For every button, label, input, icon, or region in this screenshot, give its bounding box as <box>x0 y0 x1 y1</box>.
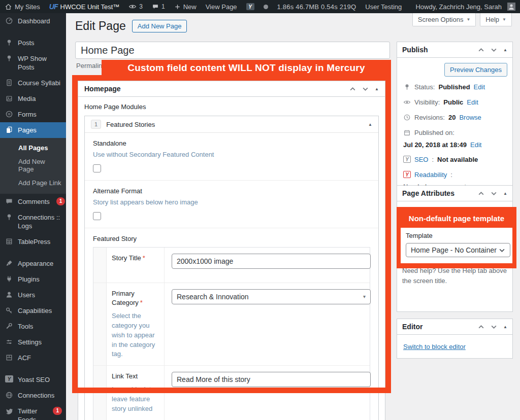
sidebar-item-tools[interactable]: Tools <box>0 319 66 334</box>
new-menu[interactable]: New <box>170 0 201 13</box>
sidebar-item-forms[interactable]: Forms <box>0 107 66 122</box>
collapse-toggle-icon[interactable]: ▲ <box>368 122 372 127</box>
environment-label[interactable]: User Testing <box>361 0 406 13</box>
modules-label: Home Page Modules <box>84 103 379 111</box>
browse-revisions-link[interactable]: Browse <box>459 114 481 122</box>
site-menu[interactable]: UF HWCOE Unit Test™ <box>45 0 124 13</box>
status-dot <box>259 0 273 13</box>
main-content: Screen Options ▼ Help ▼ Edit Page Add Ne… <box>66 13 520 420</box>
media-icon <box>5 94 13 102</box>
field-description: Select the category you wish to appear i… <box>112 311 159 359</box>
collapse-toggle-icon[interactable]: ▲ <box>375 87 379 91</box>
move-up-icon[interactable] <box>478 190 484 197</box>
story-title-row: Story Title* <box>93 248 370 283</box>
submenu-item-add-new-page[interactable]: Add New Page <box>0 155 66 176</box>
move-down-icon[interactable] <box>491 324 497 330</box>
collapse-toggle-icon[interactable]: ▲ <box>503 191 507 196</box>
move-up-icon[interactable] <box>349 86 356 92</box>
sidebar-item-media[interactable]: Media <box>0 91 66 107</box>
sidebar-item-connections[interactable]: Connections <box>0 388 66 403</box>
sidebar-item-label: Plugins <box>18 275 40 284</box>
sidebar-item-wp-show-posts[interactable]: WP Show Posts <box>0 51 66 75</box>
sidebar-item-acf[interactable]: ACF <box>0 350 66 366</box>
status-pin-icon <box>403 83 411 91</box>
views-indicator[interactable]: 3 <box>124 0 147 13</box>
home-icon <box>5 3 12 11</box>
query-monitor-stats[interactable]: 1.86s 46.7MB 0.54s 219Q <box>273 0 361 13</box>
module-header[interactable]: 1 Featured Stories ▲ <box>85 116 378 133</box>
sidebar-item-label: Tools <box>18 322 33 331</box>
primary-category-row: Primary Category* Select the category yo… <box>93 283 370 366</box>
readability-link[interactable]: Readability <box>414 171 447 180</box>
published-on-row: Published on: Jul 20, 2018 at 18:49 Edit <box>403 129 506 150</box>
sidebar-item-tablepress[interactable]: TablePress <box>0 234 66 250</box>
sidebar-item-course-syllabi[interactable]: Course Syllabi <box>0 75 66 91</box>
required-asterisk: * <box>143 254 145 262</box>
alternate-format-checkbox[interactable] <box>93 212 101 220</box>
edit-published-on-link[interactable]: Edit <box>470 141 481 150</box>
submenu-item-all-pages[interactable]: All Pages <box>0 141 66 155</box>
edit-visibility-link[interactable]: Edit <box>467 98 478 107</box>
submenu-item-add-page-link[interactable]: Add Page Link <box>0 176 66 190</box>
comments-indicator[interactable]: 1 <box>147 0 170 13</box>
sidebar-item-posts[interactable]: Posts <box>0 35 66 51</box>
switch-to-block-editor-link[interactable]: Switch to block editor <box>403 343 466 351</box>
link-text-input[interactable] <box>172 372 371 387</box>
my-sites-menu[interactable]: My Sites <box>0 0 45 13</box>
sidebar-item-twitter-feeds[interactable]: Twitter Feeds 1 <box>0 403 66 420</box>
preview-changes-button[interactable]: Preview Changes <box>444 63 507 77</box>
dropdown-arrow-icon: ▾ <box>363 294 366 299</box>
admin-sidebar: Dashboard Posts WP Show Posts Course Syl… <box>0 13 66 420</box>
uf-logo: UF <box>49 3 58 11</box>
story-title-input[interactable] <box>172 254 371 269</box>
sidebar-item-yoast-seo[interactable]: Y Yoast SEO <box>0 372 66 388</box>
panel-title: Publish <box>402 46 428 54</box>
module-panel: 1 Featured Stories ▲ Standalone Use with… <box>84 116 379 420</box>
seo-link[interactable]: SEO <box>414 156 428 164</box>
move-down-icon[interactable] <box>491 190 497 197</box>
module-title: Featured Stories <box>106 121 155 128</box>
collapse-toggle-icon[interactable]: ▲ <box>503 48 507 52</box>
selected-value: Research & Innovation <box>177 293 249 301</box>
sidebar-item-appearance[interactable]: Appearance <box>0 256 66 271</box>
collapse-toggle-icon[interactable]: ▲ <box>503 325 507 329</box>
admin-bar: My Sites UF HWCOE Unit Test™ 3 1 New Vie… <box>0 0 520 13</box>
sidebar-item-comments[interactable]: Comments 1 <box>0 194 66 209</box>
post-title-input[interactable] <box>75 42 390 59</box>
key-icon <box>5 306 13 314</box>
sidebar-item-plugins[interactable]: Plugins <box>0 271 66 287</box>
featured-story-label: Featured Story <box>93 235 370 242</box>
help-button[interactable]: Help ▼ <box>480 13 512 26</box>
sidebar-item-dashboard[interactable]: Dashboard <box>0 13 66 29</box>
homepage-metabox: Homepage ▲ Home Page Modules 1 Featured … <box>78 81 385 420</box>
account-menu[interactable]: Howdy, Zachrich Jeng, Sarah <box>411 0 520 13</box>
new-label: New <box>183 3 197 11</box>
template-select[interactable]: Home Page - No Container <box>406 243 510 257</box>
move-down-icon[interactable] <box>362 86 369 92</box>
sidebar-item-label: Media <box>18 94 36 103</box>
sidebar-item-settings[interactable]: Settings <box>0 334 66 350</box>
move-up-icon[interactable] <box>478 47 484 53</box>
primary-category-select[interactable]: Research & Innovation ▾ <box>172 289 371 304</box>
move-down-icon[interactable] <box>491 47 497 53</box>
sidebar-item-capabilities[interactable]: Capabilities <box>0 303 66 319</box>
move-up-icon[interactable] <box>478 324 484 330</box>
sidebar-item-users[interactable]: Users <box>0 287 66 303</box>
field-label: Link Text <box>112 372 138 380</box>
editor-panel: Editor ▲ Switch to block editor <box>397 319 513 359</box>
row-gutter <box>93 248 107 283</box>
comments-count: 1 <box>161 3 165 10</box>
yoast-admin-menu[interactable]: Y <box>242 0 259 13</box>
sidebar-item-label: Appearance <box>18 259 53 268</box>
revisions-label: Revisions: <box>414 114 445 122</box>
published-on-label: Published on: <box>414 129 454 137</box>
screen-options-button[interactable]: Screen Options ▼ <box>412 13 476 26</box>
sidebar-item-connections-logs[interactable]: Connections :: Logs <box>0 209 66 234</box>
sidebar-item-pages[interactable]: Pages <box>0 122 66 138</box>
field-description: Leave blank to leave feature story unlin… <box>112 385 159 414</box>
add-new-page-button[interactable]: Add New Page <box>132 20 187 32</box>
view-page-link[interactable]: View Page <box>201 0 242 13</box>
standalone-checkbox[interactable] <box>93 164 101 172</box>
sidebar-item-label: Settings <box>18 338 42 346</box>
edit-status-link[interactable]: Edit <box>474 83 485 92</box>
